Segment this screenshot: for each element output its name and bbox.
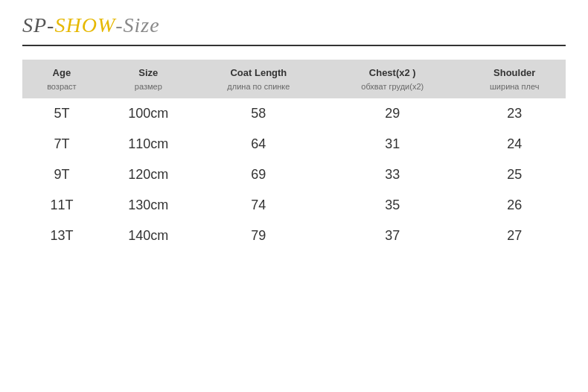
header-shoulder-main: Shoulder <box>470 66 558 80</box>
cell-size: 140cm <box>101 221 196 251</box>
cell-age: 11T <box>22 190 101 221</box>
logo-size: Size <box>124 13 160 37</box>
cell-shoulder: 23 <box>463 98 566 129</box>
header-age-sub: возраст <box>30 80 94 93</box>
header-age: Age возраст <box>22 60 101 98</box>
logo-dash2: - <box>115 13 123 37</box>
page: SP - SHOW - Size Age возраст Size размер… <box>0 0 588 392</box>
cell-age: 13T <box>22 221 101 251</box>
cell-size: 110cm <box>101 129 196 159</box>
cell-coat: 74 <box>196 190 322 221</box>
cell-chest: 35 <box>322 190 463 221</box>
table-row: 13T 140cm 79 37 27 <box>22 221 566 251</box>
cell-chest: 31 <box>322 129 463 159</box>
header-shoulder: Shoulder ширина плеч <box>463 60 566 98</box>
cell-size: 130cm <box>101 190 196 221</box>
header-chest-main: Chest(x2 ) <box>329 66 456 80</box>
cell-coat: 79 <box>196 221 322 251</box>
cell-chest: 37 <box>322 221 463 251</box>
header-chest-sub: обхват груди(x2) <box>329 80 456 93</box>
header-size-sub: размер <box>109 80 188 93</box>
table-row: 5T 100cm 58 29 23 <box>22 98 566 129</box>
cell-age: 5T <box>22 98 101 129</box>
cell-shoulder: 25 <box>463 159 566 190</box>
table-row: 9T 120cm 69 33 25 <box>22 159 566 190</box>
cell-shoulder: 24 <box>463 129 566 159</box>
cell-coat: 64 <box>196 129 322 159</box>
cell-coat: 58 <box>196 98 322 129</box>
table-row: 11T 130cm 74 35 26 <box>22 190 566 221</box>
header-size: Size размер <box>101 60 196 98</box>
logo-area: SP - SHOW - Size <box>22 13 566 37</box>
cell-shoulder: 27 <box>463 221 566 251</box>
cell-chest: 33 <box>322 159 463 190</box>
cell-size: 100cm <box>101 98 196 129</box>
header-age-main: Age <box>30 66 94 80</box>
cell-age: 9T <box>22 159 101 190</box>
header-chest: Chest(x2 ) обхват груди(x2) <box>322 60 463 98</box>
table-header-row: Age возраст Size размер Coat Length длин… <box>22 60 566 98</box>
table-body: 5T 100cm 58 29 23 7T 110cm 64 31 24 9T 1… <box>22 98 566 251</box>
size-table: Age возраст Size размер Coat Length длин… <box>22 60 566 251</box>
cell-size: 120cm <box>101 159 196 190</box>
table-row: 7T 110cm 64 31 24 <box>22 129 566 159</box>
logo-show: SHOW <box>54 13 115 37</box>
cell-coat: 69 <box>196 159 322 190</box>
divider <box>22 45 566 46</box>
cell-shoulder: 26 <box>463 190 566 221</box>
cell-chest: 29 <box>322 98 463 129</box>
logo-sp: SP <box>22 13 47 37</box>
header-coat: Coat Length длина по спинке <box>196 60 322 98</box>
header-coat-main: Coat Length <box>203 66 314 80</box>
header-shoulder-sub: ширина плеч <box>470 80 558 93</box>
cell-age: 7T <box>22 129 101 159</box>
header-coat-sub: длина по спинке <box>203 80 314 93</box>
logo-dash1: - <box>47 13 54 37</box>
header-size-main: Size <box>109 66 188 80</box>
